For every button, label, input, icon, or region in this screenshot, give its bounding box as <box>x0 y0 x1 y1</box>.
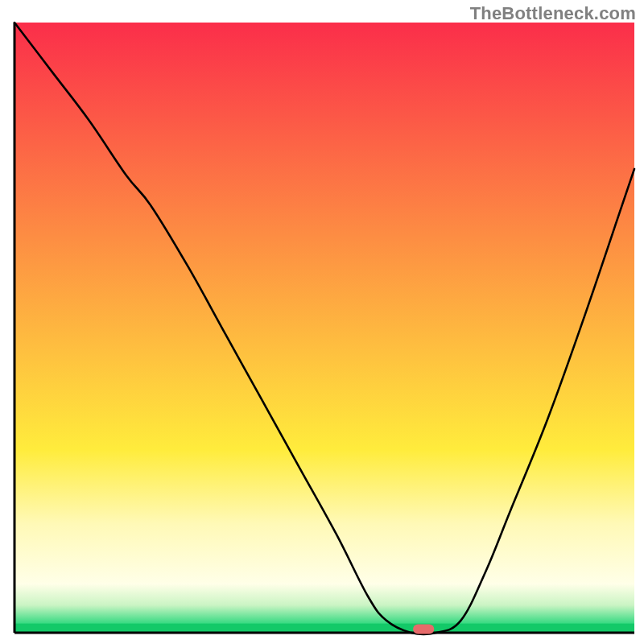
svg-rect-2 <box>14 523 634 584</box>
svg-rect-3 <box>14 584 634 605</box>
svg-rect-0 <box>14 23 634 450</box>
svg-rect-4 <box>14 605 634 624</box>
gradient-background <box>14 23 634 634</box>
chart-container: TheBottleneck.com <box>0 0 644 644</box>
svg-rect-8 <box>413 624 434 634</box>
watermark-text: TheBottleneck.com <box>470 3 636 24</box>
optimal-marker <box>413 624 434 634</box>
bottleneck-chart <box>0 0 644 644</box>
